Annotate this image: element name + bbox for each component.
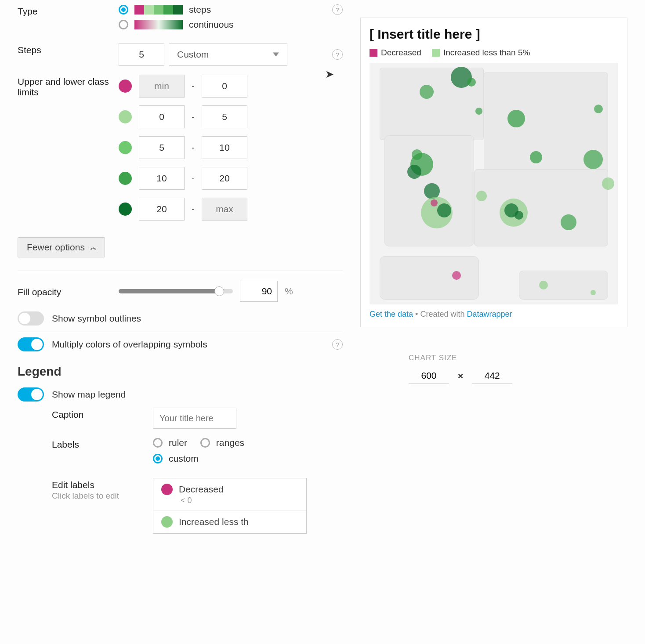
map-bubble xyxy=(476,191,487,201)
legend-chip: Increased less than 5% xyxy=(432,48,530,58)
map-bubble xyxy=(539,281,548,289)
limit-row: - xyxy=(119,198,343,221)
edit-label-range: < 0 xyxy=(181,496,298,505)
limits-label: Upper and lower class limits xyxy=(18,75,119,98)
color-swatch[interactable] xyxy=(119,80,132,93)
legend-chip-label: Decreased xyxy=(381,48,421,58)
preview-card: [ Insert title here ] DecreasedIncreased… xyxy=(360,18,627,327)
legend-chip: Decreased xyxy=(370,48,421,58)
color-swatch[interactable] xyxy=(119,172,132,185)
map-bubble xyxy=(467,78,476,87)
edit-label-text: Decreased xyxy=(179,484,224,495)
multiply-toggle[interactable] xyxy=(18,337,44,351)
color-swatch[interactable] xyxy=(119,141,132,154)
chart-height-input[interactable] xyxy=(472,368,512,384)
fewer-options-label: Fewer options xyxy=(27,242,85,253)
steps-label: Steps xyxy=(18,43,119,55)
labels-radio-ruler[interactable] xyxy=(153,438,163,448)
map-bubble xyxy=(452,271,461,280)
dash: - xyxy=(192,142,195,153)
map-bubble xyxy=(602,177,614,190)
map-bubble xyxy=(530,151,542,163)
type-radio-steps[interactable] xyxy=(119,5,128,14)
opacity-input[interactable] xyxy=(240,281,278,302)
edit-labels-hint: Click labels to edit xyxy=(52,491,153,501)
outlines-label: Show symbol outlines xyxy=(52,313,141,324)
labels-label: Labels xyxy=(52,438,153,450)
show-legend-label: Show map legend xyxy=(52,389,126,400)
legend-chip-label: Increased less than 5% xyxy=(443,48,530,58)
labels-radio-custom[interactable] xyxy=(153,454,163,463)
show-legend-toggle[interactable] xyxy=(18,387,44,402)
legend-heading: Legend xyxy=(18,365,343,379)
palette-steps-icon xyxy=(134,5,183,14)
type-radio-continuous[interactable] xyxy=(119,20,128,29)
chart-width-input[interactable] xyxy=(409,368,449,384)
dash: - xyxy=(192,81,195,91)
limit-lo-input[interactable] xyxy=(139,105,185,128)
color-swatch xyxy=(161,484,173,495)
type-label: Type xyxy=(18,4,119,17)
map-bubble xyxy=(431,199,438,206)
caption-label: Caption xyxy=(52,408,153,420)
map-bubble xyxy=(594,105,603,113)
limit-hi-input[interactable] xyxy=(202,105,247,128)
map-bubble xyxy=(437,203,451,217)
map-bubble xyxy=(591,290,596,295)
opacity-slider[interactable] xyxy=(119,289,233,293)
dash: - xyxy=(192,204,195,214)
help-icon[interactable]: ? xyxy=(332,339,343,350)
percent-sign: % xyxy=(285,286,293,297)
opacity-slider-thumb[interactable] xyxy=(214,286,224,296)
preview-map xyxy=(370,63,618,304)
map-bubble xyxy=(420,85,434,99)
limit-lo-input[interactable] xyxy=(139,75,185,98)
fewer-options-button[interactable]: Fewer options ︽ xyxy=(18,237,105,257)
steps-mode-select[interactable]: Custom xyxy=(169,43,287,66)
map-bubble xyxy=(583,150,603,169)
color-swatch xyxy=(161,516,173,528)
map-bubble xyxy=(561,214,576,230)
limit-lo-input[interactable] xyxy=(139,198,185,221)
labels-option-custom: custom xyxy=(169,453,199,464)
steps-count-input[interactable] xyxy=(119,43,164,66)
legend-chip-swatch xyxy=(432,49,440,57)
labels-option-ruler: ruler xyxy=(169,438,187,448)
edit-label-item[interactable]: Decreased< 0 xyxy=(153,478,306,511)
outlines-toggle[interactable] xyxy=(18,311,44,326)
datawrapper-link[interactable]: Datawrapper xyxy=(467,310,512,318)
limit-hi-input[interactable] xyxy=(202,167,247,190)
limit-row: - xyxy=(119,167,343,190)
limit-hi-input[interactable] xyxy=(202,198,247,221)
limit-row: - xyxy=(119,75,343,98)
labels-radio-ranges[interactable] xyxy=(200,438,210,448)
dash: - xyxy=(192,173,195,184)
edit-label-item[interactable]: Increased less th xyxy=(153,511,306,533)
chart-size-label: CHART SIZE xyxy=(409,354,627,362)
footer-sep: • xyxy=(415,310,420,318)
created-with-text: Created with xyxy=(420,310,464,318)
limit-hi-input[interactable] xyxy=(202,136,247,159)
limit-lo-input[interactable] xyxy=(139,136,185,159)
color-swatch[interactable] xyxy=(119,110,132,123)
opacity-label: Fill opacity xyxy=(18,285,119,297)
limit-lo-input[interactable] xyxy=(139,167,185,190)
preview-title: [ Insert title here ] xyxy=(370,27,618,42)
type-option-steps: steps xyxy=(189,4,211,15)
legend-chip-swatch xyxy=(370,49,377,57)
multiply-label: Multiply colors of overlapping symbols xyxy=(52,339,207,350)
labels-option-ranges: ranges xyxy=(216,438,244,448)
help-icon[interactable]: ? xyxy=(332,4,343,15)
caption-input[interactable] xyxy=(153,408,236,429)
limit-hi-input[interactable] xyxy=(202,75,247,98)
color-swatch[interactable] xyxy=(119,203,132,216)
limit-row: - xyxy=(119,136,343,159)
map-bubble xyxy=(507,110,525,127)
help-icon[interactable]: ? xyxy=(332,49,343,60)
limit-row: - xyxy=(119,105,343,128)
map-bubble xyxy=(407,165,421,179)
edit-labels-label: Edit labels xyxy=(52,480,153,490)
dash: - xyxy=(192,112,195,122)
palette-continuous-icon xyxy=(134,20,183,29)
get-data-link[interactable]: Get the data xyxy=(370,310,413,318)
